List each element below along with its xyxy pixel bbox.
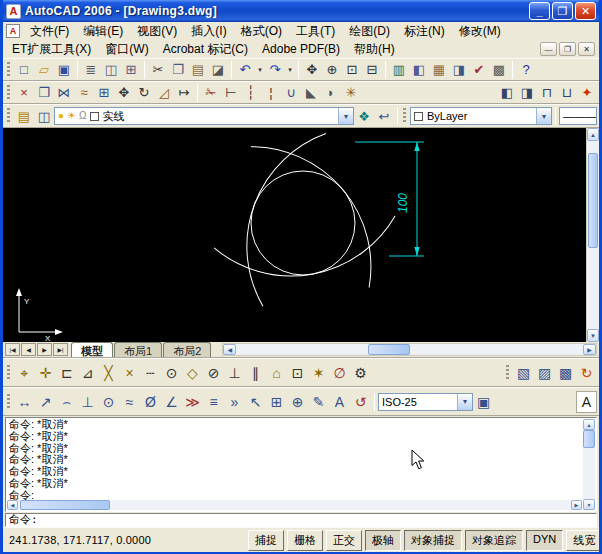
dimension-update-button[interactable]: ↺ bbox=[350, 391, 371, 413]
menu-help[interactable]: 帮助(H) bbox=[347, 40, 402, 59]
aligned-dimension-button[interactable]: ↗ bbox=[35, 391, 56, 413]
dimension-edit-button[interactable]: ✎ bbox=[308, 391, 329, 413]
toolbar-grip[interactable] bbox=[7, 394, 10, 410]
snap-midpoint-button[interactable]: ⊿ bbox=[77, 362, 98, 384]
explode-button[interactable]: ✳ bbox=[341, 83, 361, 103]
scroll-down-button[interactable]: ▼ bbox=[587, 329, 599, 342]
tab-model[interactable]: 模型 bbox=[71, 342, 113, 357]
snap-from-button[interactable]: ✛ bbox=[35, 362, 56, 384]
scrollbar-track[interactable] bbox=[18, 500, 571, 510]
toolbar-grip[interactable] bbox=[506, 365, 509, 381]
layer-states-manager-button[interactable]: ◫ bbox=[34, 106, 54, 126]
drawing-canvas[interactable]: 100 Y X bbox=[3, 128, 586, 342]
mirror-button[interactable]: ⋈ bbox=[54, 83, 74, 103]
close-button[interactable]: ✕ bbox=[575, 2, 596, 20]
dyn-toggle[interactable]: DYN bbox=[526, 530, 563, 551]
zoom-window-button[interactable]: ⊡ bbox=[342, 60, 362, 80]
snap-parallel-button[interactable]: ∥ bbox=[245, 362, 266, 384]
snap-none-button[interactable]: ∅ bbox=[329, 362, 350, 384]
menu-window[interactable]: 窗口(W) bbox=[98, 40, 155, 59]
scroll-up-button[interactable]: ▲ bbox=[587, 128, 599, 141]
scrollbar-thumb[interactable] bbox=[368, 344, 410, 355]
menu-view[interactable]: 视图(V) bbox=[130, 22, 184, 41]
polar-toggle[interactable]: 极轴 bbox=[365, 530, 401, 551]
layer-combo[interactable]: ● ☀ Ω 实线 ▾ bbox=[54, 107, 354, 125]
menu-adobe-pdf[interactable]: Adobe PDF(B) bbox=[255, 41, 347, 57]
menu-modify[interactable]: 修改(M) bbox=[452, 22, 508, 41]
linetype-combo[interactable]: ———— bbox=[559, 107, 597, 125]
break-button[interactable]: ¦ bbox=[261, 83, 281, 103]
scrollbar-thumb[interactable] bbox=[20, 500, 110, 510]
chamfer-button[interactable]: ◣ bbox=[301, 83, 321, 103]
text-style-button[interactable]: A bbox=[576, 391, 597, 413]
quick-leader-button[interactable]: ↖ bbox=[245, 391, 266, 413]
layer-combo-dropdown[interactable]: ▾ bbox=[338, 108, 353, 124]
layer-properties-manager-button[interactable]: ▤ bbox=[14, 106, 34, 126]
make-object-layer-current-button[interactable]: ❖ bbox=[354, 106, 374, 126]
menu-insert[interactable]: 插入(I) bbox=[184, 22, 233, 41]
jogged-dimension-button[interactable]: ≈ bbox=[119, 391, 140, 413]
pan-button[interactable]: ✥ bbox=[302, 60, 322, 80]
properties-button[interactable]: ▥ bbox=[389, 60, 409, 80]
tab-layout2[interactable]: 布局2 bbox=[163, 342, 211, 357]
array-button[interactable]: ⊞ bbox=[94, 83, 114, 103]
layer-lock-icon[interactable]: Ω bbox=[79, 111, 86, 121]
view-sw-isometric-button[interactable]: ▧ bbox=[513, 362, 534, 384]
scale-button[interactable]: ◿ bbox=[154, 83, 174, 103]
join-button[interactable]: ∪ bbox=[281, 83, 301, 103]
markup-set-manager-button[interactable]: ✔ bbox=[469, 60, 489, 80]
redo-button[interactable]: ↷ bbox=[265, 60, 285, 80]
scroll-left-button[interactable]: ◀ bbox=[7, 500, 18, 510]
ordinate-dimension-button[interactable]: ⊥ bbox=[77, 391, 98, 413]
scrollbar-thumb[interactable] bbox=[583, 430, 595, 448]
snap-node-button[interactable]: ⊡ bbox=[287, 362, 308, 384]
save-button[interactable]: ▣ bbox=[54, 60, 74, 80]
publish-dwf-button[interactable]: ✦ bbox=[577, 83, 597, 103]
break-at-point-button[interactable]: ┆ bbox=[241, 83, 261, 103]
menu-dimension[interactable]: 标注(N) bbox=[397, 22, 452, 41]
command-input-line[interactable]: 命令: bbox=[5, 513, 597, 527]
tab-scroll-prev-button[interactable]: ◀ bbox=[21, 343, 36, 356]
snap-nearest-button[interactable]: ✶ bbox=[308, 362, 329, 384]
scroll-right-button[interactable]: ▶ bbox=[571, 500, 582, 510]
snap-tangent-button[interactable]: ⊘ bbox=[203, 362, 224, 384]
3d-orbit-button[interactable]: ↻ bbox=[576, 362, 597, 384]
dimension-style-manager-button[interactable]: ▣ bbox=[473, 391, 494, 413]
grid-toggle[interactable]: 栅格 bbox=[287, 530, 323, 551]
redo-dropdown[interactable]: ▾ bbox=[285, 60, 295, 80]
plot-preview-button[interactable]: ◫ bbox=[101, 60, 121, 80]
continue-dimension-button[interactable]: » bbox=[224, 391, 245, 413]
match-properties-button[interactable]: ◪ bbox=[208, 60, 228, 80]
snap-endpoint-button[interactable]: ⊏ bbox=[56, 362, 77, 384]
paste-button[interactable]: ▤ bbox=[188, 60, 208, 80]
open-button[interactable]: ▱ bbox=[34, 60, 54, 80]
trim-button[interactable]: ✁ bbox=[201, 83, 221, 103]
otrack-toggle[interactable]: 对象追踪 bbox=[465, 530, 523, 551]
baseline-dimension-button[interactable]: ≡ bbox=[203, 391, 224, 413]
move-button[interactable]: ✥ bbox=[114, 83, 134, 103]
draworder-under-button[interactable]: ⊔ bbox=[557, 83, 577, 103]
dimension-text-edit-button[interactable]: A bbox=[329, 391, 350, 413]
scroll-left-button[interactable]: ◀ bbox=[223, 344, 236, 355]
erase-button[interactable]: × bbox=[14, 83, 34, 103]
arc-length-dimension-button[interactable]: ⌢ bbox=[56, 391, 77, 413]
copy-clip-button[interactable]: ❐ bbox=[168, 60, 188, 80]
minimize-button[interactable]: _ bbox=[529, 2, 550, 20]
stretch-button[interactable]: ↦ bbox=[174, 83, 194, 103]
quickcalc-button[interactable]: ▩ bbox=[489, 60, 509, 80]
maximize-button[interactable]: ❐ bbox=[552, 2, 573, 20]
offset-button[interactable]: ≈ bbox=[74, 83, 94, 103]
snap-toggle[interactable]: 捕捉 bbox=[248, 530, 284, 551]
undo-button[interactable]: ↶ bbox=[235, 60, 255, 80]
osnap-toggle[interactable]: 对象捕捉 bbox=[404, 530, 462, 551]
snap-quadrant-button[interactable]: ◇ bbox=[182, 362, 203, 384]
snap-extension-button[interactable]: ┄ bbox=[140, 362, 161, 384]
help-button[interactable]: ? bbox=[516, 60, 536, 80]
dimension-style-dropdown[interactable]: ▾ bbox=[457, 394, 472, 410]
quick-dimension-button[interactable]: ≫ bbox=[182, 391, 203, 413]
mdi-close-button[interactable]: ✕ bbox=[578, 42, 595, 56]
coordinate-readout[interactable]: 241.1738, 171.7117, 0.0000 bbox=[7, 534, 245, 546]
scrollbar-track[interactable] bbox=[236, 344, 583, 355]
draworder-back-button[interactable]: ◨ bbox=[517, 83, 537, 103]
drawing-file-icon[interactable]: A bbox=[6, 24, 20, 38]
